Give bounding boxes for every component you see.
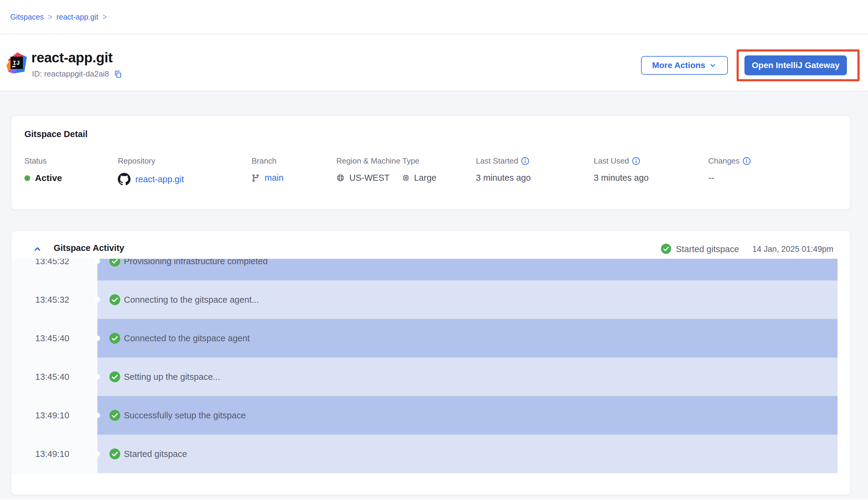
activity-row: 13:49:10Successfully setup the gitspace: [11, 396, 850, 435]
copy-icon[interactable]: [113, 70, 122, 79]
info-icon[interactable]: [632, 157, 640, 165]
activity-row-message: Successfully setup the gitspace: [124, 410, 246, 420]
activity-row-time: 13:49:10: [35, 449, 69, 459]
breadcrumb: Gitspaces > react-app.git >: [10, 13, 107, 21]
page-title: react-app.git: [31, 49, 113, 66]
branch-label: Branch: [252, 156, 283, 166]
field-changes: Changes --: [708, 156, 751, 183]
activity-row-stripe: Setting up the gitspace...: [97, 357, 837, 396]
activity-row-stripe: Started gitspace: [97, 435, 837, 473]
activity-status-badge: Started gitspace: [661, 244, 739, 254]
activity-row-stripe: Connecting to the gitspace agent...: [97, 281, 837, 319]
timeline-dot: [94, 413, 100, 418]
activity-row: 13:45:32Provisioning infrastructure comp…: [11, 259, 850, 281]
last-started-value: 3 minutes ago: [476, 173, 531, 183]
changes-label: Changes: [708, 156, 739, 166]
breadcrumb-link-current[interactable]: react-app.git: [56, 13, 98, 21]
activity-log-scroll[interactable]: 13:45:32Provisioning infrastructure comp…: [11, 259, 850, 474]
activity-row-message: Started gitspace: [124, 449, 187, 459]
detail-card-title: Gitspace Detail: [24, 129, 88, 139]
activity-row: 13:45:32Connecting to the gitspace agent…: [11, 281, 850, 319]
breadcrumb-bar: Gitspaces > react-app.git >: [0, 0, 868, 34]
repository-link[interactable]: react-app.git: [135, 174, 184, 184]
activity-status-row: Started gitspace 14 Jan, 2025 01:49pm: [661, 244, 833, 254]
field-branch: Branch main: [252, 156, 283, 183]
activity-row-message: Connecting to the gitspace agent...: [124, 295, 259, 305]
field-status: Status Active: [24, 156, 62, 183]
timeline-dot: [94, 451, 100, 457]
activity-row-message: Setting up the gitspace...: [124, 372, 220, 382]
success-check-icon: [109, 333, 120, 344]
git-branch-icon: [252, 174, 260, 182]
success-check-icon: [109, 294, 120, 305]
activity-row-time: 13:45:40: [35, 333, 69, 343]
success-check-icon: [661, 244, 672, 254]
info-icon[interactable]: [743, 157, 751, 165]
branch-link[interactable]: main: [265, 173, 283, 183]
breadcrumb-separator: >: [48, 12, 52, 22]
more-actions-button[interactable]: More Actions: [641, 56, 728, 75]
repository-label: Repository: [118, 156, 184, 166]
page-header: IJ react-app.git ID: reactappgit-da2ai8 …: [0, 34, 868, 91]
activity-row: 13:45:40Connected to the gitspace agent: [11, 319, 850, 357]
activity-row: 13:49:10Started gitspace: [11, 435, 850, 473]
success-check-icon: [109, 259, 120, 266]
last-used-label: Last Used: [594, 156, 629, 166]
activity-row-stripe: Connected to the gitspace agent: [97, 319, 837, 357]
gitspace-detail-card: Gitspace Detail Status Active Repository…: [11, 116, 850, 209]
svg-text:IJ: IJ: [13, 60, 20, 67]
intellij-idea-icon: IJ: [6, 52, 27, 74]
activity-status-time: 14 Jan, 2025 01:49pm: [752, 245, 833, 254]
timeline-dot: [94, 336, 100, 341]
activity-row: 13:45:40Setting up the gitspace...: [11, 357, 850, 396]
field-last-used: Last Used 3 minutes ago: [594, 156, 648, 183]
status-value: Active: [35, 173, 62, 183]
info-icon[interactable]: [521, 157, 529, 165]
chevron-down-icon: [709, 61, 717, 69]
last-used-value: 3 minutes ago: [594, 173, 648, 183]
activity-row-stripe: Provisioning infrastructure completed: [97, 259, 837, 281]
open-intellij-gateway-button[interactable]: Open IntelliJ Gateway: [744, 55, 847, 75]
activity-row-time: 13:45:32: [35, 295, 69, 305]
status-label: Status: [24, 156, 62, 166]
activity-row-time: 13:45:32: [35, 259, 69, 266]
field-region-machine: Region & Machine Type US-WEST: [336, 156, 436, 183]
chevron-up-icon[interactable]: [33, 244, 42, 254]
machine-type-value: Large: [414, 173, 436, 183]
timeline-dot: [94, 374, 100, 379]
activity-log-rows: 13:45:32Provisioning infrastructure comp…: [11, 259, 850, 473]
field-last-started: Last Started 3 minutes ago: [476, 156, 531, 183]
chip-icon: [402, 174, 410, 182]
page-content: Gitspace Detail Status Active Repository…: [0, 91, 868, 499]
changes-value: --: [708, 173, 751, 183]
status-active-dot: [24, 175, 30, 181]
activity-row-message: Provisioning infrastructure completed: [124, 259, 268, 266]
activity-card-title: Gitspace Activity: [54, 243, 124, 253]
activity-row-time: 13:45:40: [35, 372, 69, 382]
activity-row-time: 13:49:10: [35, 410, 69, 420]
gitspace-id-text: ID: reactappgit-da2ai8: [32, 69, 109, 79]
region-value: US-WEST: [349, 173, 390, 183]
globe-icon: [336, 174, 345, 182]
activity-status-label: Started gitspace: [676, 244, 739, 254]
timeline-dot: [94, 297, 100, 303]
field-repository: Repository react-app.git: [118, 156, 184, 185]
breadcrumb-link-gitspaces[interactable]: Gitspaces: [10, 13, 44, 21]
success-check-icon: [109, 371, 120, 382]
breadcrumb-separator: >: [102, 12, 107, 22]
activity-row-message: Connected to the gitspace agent: [124, 333, 250, 343]
more-actions-label: More Actions: [652, 60, 705, 70]
gitspace-id-row: ID: reactappgit-da2ai8: [32, 69, 122, 79]
github-icon: [118, 173, 131, 185]
last-started-label: Last Started: [476, 156, 518, 166]
success-check-icon: [109, 448, 120, 459]
success-check-icon: [109, 410, 120, 421]
region-machine-label: Region & Machine Type: [336, 156, 436, 166]
activity-row-stripe: Successfully setup the gitspace: [97, 396, 837, 435]
gitspace-activity-card: Gitspace Activity Started gitspace 14 Ja…: [11, 231, 850, 495]
